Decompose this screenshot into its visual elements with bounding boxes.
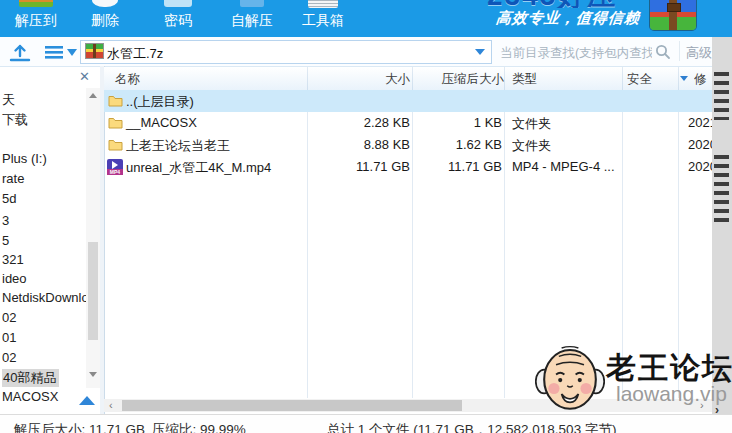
archive-name: 水管工.7z [107, 45, 163, 63]
self-extract-button[interactable]: 自解压 [219, 0, 285, 37]
view-dropdown-caret-icon[interactable] [67, 49, 77, 56]
sidebar-item[interactable]: 321 [0, 252, 86, 270]
sidebar-scrollbar-thumb[interactable] [88, 242, 98, 340]
search-advanced-divider [679, 41, 680, 61]
sidebar-item[interactable] [0, 131, 86, 149]
self-extract-icon [240, 0, 264, 7]
extract-to-label: 解压到 [3, 12, 69, 30]
panel-expand-up-icon[interactable] [79, 396, 95, 405]
status-total-files: 总计 1 个文件 (11.71 GB，12,582,018,503 字节) [327, 421, 616, 433]
self-extract-label: 自解压 [219, 12, 285, 30]
edge-marks [714, 155, 729, 225]
password-label: 密码 [145, 12, 211, 30]
lock-icon [164, 0, 192, 7]
table-row-mp4-file[interactable]: MP4 unreal_水管工4K_M.mp4 11.71 GB 11.71 GB… [104, 156, 712, 178]
sort-descending-icon [680, 76, 688, 81]
sidebar-item[interactable]: 02 [0, 350, 86, 368]
brand-tagline: 高效专业，值得信赖 [495, 9, 641, 28]
column-header-name[interactable]: 名称 [115, 71, 140, 88]
sidebar-item[interactable]: 5 [0, 233, 86, 251]
sidebar-scrollbar[interactable] [86, 88, 100, 388]
column-header-packed[interactable]: 压缩后大小 [412, 71, 504, 88]
sidebar-item[interactable]: 下载 [0, 111, 86, 129]
folder-up-icon [108, 94, 123, 110]
table-row-parent-dir[interactable]: ..(上层目录) [104, 90, 712, 112]
sidebar-item[interactable]: MACOSX [0, 389, 86, 407]
password-button[interactable]: 密码 [145, 0, 211, 37]
sidebar-close-icon[interactable]: ✕ [79, 69, 90, 84]
winrar-books-icon [650, 0, 696, 30]
extract-books-icon [19, 0, 53, 7]
sidebar-item-selected[interactable]: 40部精品 [0, 369, 86, 387]
status-compress-ratio: 压缩比: 99.99% [152, 421, 246, 433]
scroll-left-icon[interactable]: ‹ [109, 399, 113, 412]
address-row: 水管工.7z 高级 [0, 37, 712, 67]
filelist-header: 名称 大小 压缩后大小 类型 安全 修 [104, 67, 712, 91]
toolbox-button[interactable]: 工具箱 [290, 0, 356, 37]
sidebar-item[interactable]: 天 [0, 91, 86, 109]
view-list-icon[interactable] [44, 41, 64, 63]
watermark-url: laowang.vip [616, 382, 727, 406]
toolbox-label: 工具箱 [290, 12, 356, 30]
sidebar-item[interactable]: NetdiskDownlo [0, 290, 86, 308]
search-icon[interactable] [655, 44, 671, 60]
folder-icon [108, 116, 123, 132]
delete-label: 删除 [72, 12, 138, 30]
brand-logo-clipped: 2345好压 [487, 0, 645, 8]
trash-icon [92, 0, 118, 7]
up-level-icon[interactable] [8, 41, 32, 63]
archive-file-icon [86, 44, 103, 58]
edge-marks [714, 72, 729, 120]
column-header-modified[interactable]: 修 [694, 71, 712, 88]
play-icon [112, 161, 118, 169]
sidebar-scroll-up-icon[interactable] [89, 93, 97, 98]
folder-icon [108, 138, 123, 154]
table-row-laowang-folder[interactable]: 上老王论坛当老王 8.88 KB 1.62 KB 文件夹 2020- [104, 134, 712, 156]
sidebar-item[interactable]: ideo [0, 271, 86, 289]
haozip-archive-window: 解压到 删除 密码 自解压 工具箱 2345好压 高效专业，值得信赖 [0, 0, 732, 433]
delete-button[interactable]: 删除 [72, 0, 138, 37]
table-row-macosx[interactable]: __MACOSX 2.28 KB 1 KB 文件夹 2021- [104, 112, 712, 134]
column-header-size[interactable]: 大小 [330, 71, 410, 88]
archive-path-combobox[interactable]: 水管工.7z [80, 40, 492, 64]
column-header-type[interactable]: 类型 [512, 71, 537, 88]
sidebar-item[interactable]: 3 [0, 213, 86, 231]
sidebar-item[interactable]: 5d [0, 191, 86, 209]
column-header-security[interactable]: 安全 [627, 71, 652, 88]
mp4-file-icon: MP4 [107, 159, 123, 175]
extract-to-button[interactable]: 解压到 [3, 0, 69, 37]
sidebar-item[interactable]: Plus (I:) [0, 151, 86, 169]
sidebar-scroll-down-icon[interactable] [89, 372, 97, 377]
status-unpacked-size: 解压后大小: 11.71 GB [14, 421, 145, 433]
sidebar-item[interactable]: rate [0, 171, 86, 189]
old-man-mascot [535, 341, 605, 415]
sidebar-item[interactable]: 02 [0, 310, 86, 328]
combobox-caret-icon[interactable] [475, 49, 485, 55]
horizontal-scrollbar-thumb[interactable] [122, 400, 462, 411]
main-toolbar: 解压到 删除 密码 自解压 工具箱 2345好压 高效专业，值得信赖 [0, 0, 732, 37]
sidebar-item[interactable]: 01 [0, 330, 86, 348]
advanced-search-button[interactable]: 高级 [686, 44, 712, 62]
status-bar: 解压后大小: 11.71 GB 压缩比: 99.99% 总计 1 个文件 (11… [0, 414, 732, 433]
search-input[interactable] [498, 40, 654, 65]
toolbox-icon [308, 0, 338, 8]
